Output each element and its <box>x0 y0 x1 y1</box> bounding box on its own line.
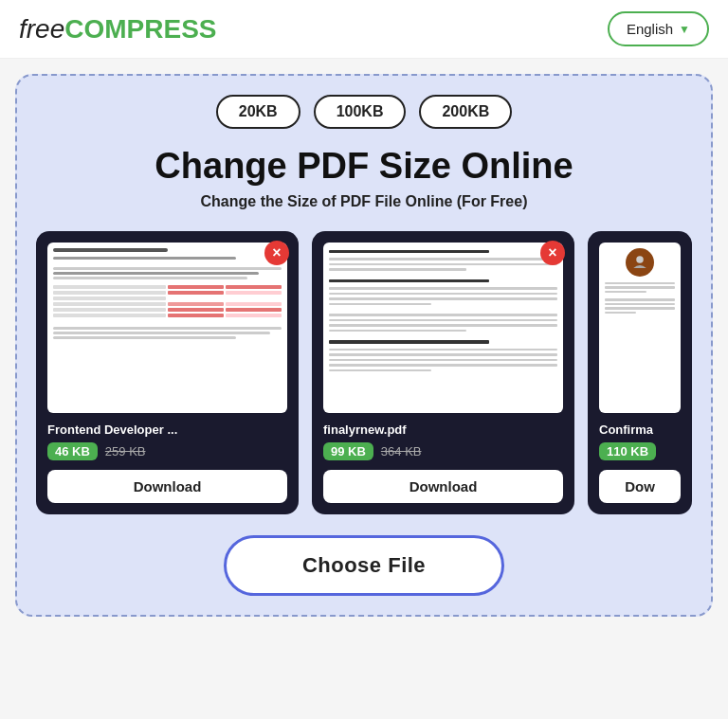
card-1-close-button[interactable]: × <box>264 241 289 265</box>
card-2: × <box>312 231 574 514</box>
card-3-size-new: 110 KB <box>599 442 656 460</box>
card-1-sizes: 46 KB 259 KB <box>47 442 287 460</box>
choose-file-button[interactable]: Choose File <box>224 535 504 596</box>
card-2-size-new: 99 KB <box>323 442 373 460</box>
main-title: Change PDF Size Online <box>36 146 692 188</box>
header: freeCOMPRESS English ▼ <box>0 0 728 59</box>
card-1-filename: Frontend Developer ... <box>47 422 287 437</box>
language-selector[interactable]: English ▼ <box>608 11 709 46</box>
cards-row: × <box>36 231 692 514</box>
size-pill-200kb[interactable]: 200KB <box>419 95 512 129</box>
card-3-filename: Confirma <box>599 422 681 437</box>
choose-file-section: Choose File <box>36 535 692 596</box>
language-label: English <box>627 21 673 37</box>
card-1-download-button[interactable]: Download <box>47 470 287 503</box>
card-1-preview <box>47 243 287 413</box>
card-3-preview <box>599 243 681 413</box>
logo: freeCOMPRESS <box>19 14 217 45</box>
card-2-close-button[interactable]: × <box>540 241 565 265</box>
card-2-sizes: 99 KB 364 KB <box>323 442 563 460</box>
card-1-size-new: 46 KB <box>47 442 98 460</box>
main-container: 20KB 100KB 200KB Change PDF Size Online … <box>15 74 713 617</box>
card-3-sizes: 110 KB <box>599 442 681 460</box>
card-1: × <box>36 231 299 514</box>
card-2-filename: finalyrnew.pdf <box>323 422 563 437</box>
logo-compress: COMPRESS <box>64 14 216 44</box>
card-2-download-button[interactable]: Download <box>323 470 563 503</box>
card-2-preview <box>323 243 563 413</box>
card-2-size-old: 364 KB <box>381 444 422 458</box>
card-3: Confirma 110 KB Dow <box>588 231 692 514</box>
chevron-down-icon: ▼ <box>679 23 690 36</box>
card-3-logo <box>626 248 654 277</box>
main-subtitle: Change the Size of PDF File Online (For … <box>36 193 692 210</box>
logo-free: free <box>19 14 64 44</box>
svg-point-0 <box>636 256 644 263</box>
size-pills-row: 20KB 100KB 200KB <box>36 95 692 129</box>
card-1-size-old: 259 KB <box>105 444 146 458</box>
size-pill-100kb[interactable]: 100KB <box>314 95 407 129</box>
size-pill-20kb[interactable]: 20KB <box>216 95 300 129</box>
card-3-download-button[interactable]: Dow <box>599 470 681 503</box>
